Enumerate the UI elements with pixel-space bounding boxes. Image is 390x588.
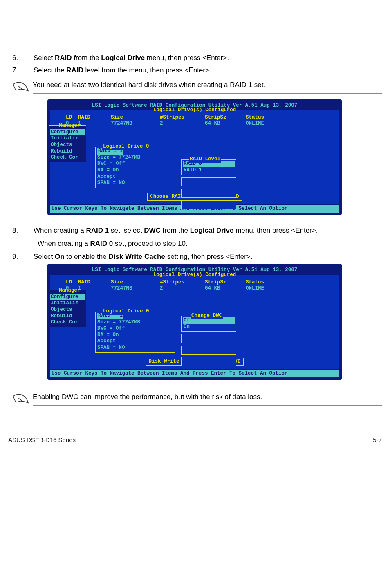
step-9-text: Select On to enable the Disk Write Cache… [34,252,382,262]
note-text: Enabling DWC can improve the performance… [33,392,382,406]
ld-line: Size = 77247MB [97,155,173,161]
dwc-label: Change DWC [191,313,223,319]
ld-line: Accept [97,338,173,345]
note-icon [12,392,33,408]
empty-box [181,189,236,198]
ld-line: Accept [97,174,173,180]
raid-level-label: RAID Level [189,156,221,163]
manager-label: Manager [50,287,85,294]
step-6: 6. Select RAID from the Logical Drive me… [8,53,382,63]
step-9: 9. Select On to enable the Disk Write Ca… [8,252,382,262]
step-6-text: Select RAID from the Logical Drive menu,… [34,53,382,63]
table-row: 0 1 77247MB 2 64 KB ONLINE [50,121,339,127]
manager-item: Initializ [50,300,85,307]
ld-panel-label: Logical Drive 0 [102,308,150,315]
panel-title: Logical Drive(s) Configured [50,107,339,114]
ld-line: SPAN = NO [97,180,173,186]
dwc-box: Change DWC Off On [181,316,236,332]
logical-drive-panel: Logical Drive 0 RAID = 1 Size = 77247MB … [95,312,175,353]
ld-line: SPAN = NO [97,345,173,351]
ld-line: DWC = Off [97,325,173,332]
note-icon [12,80,33,96]
bios-footer: Use Cursor Keys To Navigate Between Item… [50,370,339,377]
empty-box [181,177,236,186]
table-header: LD RAID Size #Stripes StripSz Status [50,114,339,121]
note-text: You need at least two identical hard dis… [33,80,382,94]
manager-item: Check Cor [50,319,85,326]
step-6-number: 6. [8,53,34,63]
empty-box [181,357,236,366]
empty-box [181,346,236,355]
raid-level-box: RAID Level RAID 0 RAID 1 [181,159,236,175]
logical-drive-panel: Logical Drive 0 RAID = 1 Size = 77247MB … [95,147,175,188]
manager-item: Rebuild [50,148,85,155]
page-footer: ASUS DSEB-D16 Series 5-7 [8,433,382,443]
dwc-opt-on: On [183,324,235,330]
ld-line: RA = On [97,167,173,174]
manager-item: Initializ [50,135,85,142]
ld-line: RA = On [97,332,173,339]
note-raid1: You need at least two identical hard dis… [8,80,382,96]
step-9-number: 9. [8,252,34,262]
dwc-stack: Change DWC Off On [181,316,236,368]
bios-panel: Logical Drive(s) Configured LD RAID Size… [50,110,339,204]
manager-menu: Manager Configure Initializ Objects Rebu… [49,125,86,162]
empty-box [181,200,236,209]
step-8-text: When creating a RAID 1 set, select DWC f… [34,226,382,236]
note-dwc: Enabling DWC can improve the performance… [8,392,382,408]
ld-line: Size = 77247MB [97,319,173,326]
manager-item-configure: Configure [50,129,85,136]
empty-box [181,334,236,343]
manager-item: Objects [50,142,85,148]
table-row: 0 1 77247MB 2 64 KB ONLINE [50,285,339,292]
bios-screenshot-dwc: LSI Logic Software RAID Configuration Ut… [47,264,342,380]
raid-level-stack: RAID Level RAID 0 RAID 1 [181,159,236,212]
manager-item: Rebuild [50,313,85,320]
step-8: 8. When creating a RAID 1 set, select DW… [8,226,382,236]
footer-product: ASUS DSEB-D16 Series [8,436,76,443]
manager-item: Check Cor [50,155,85,161]
ld-line: DWC = Off [97,161,173,167]
manager-menu: Manager Configure Initializ Objects Rebu… [49,290,86,327]
panel-title: Logical Drive(s) Configured [50,272,339,278]
step-7-number: 7. [8,65,34,75]
bios-screenshot-raid-level: LSI Logic Software RAID Configuration Ut… [47,99,342,215]
table-header: LD RAID Size #Stripes StripSz Status [50,279,339,286]
raid-level-opt-1: RAID 1 [183,167,235,174]
footer-page-number: 5-7 [373,436,382,443]
step-8-sub: When creating a RAID 0 set, proceed to s… [38,239,382,249]
step-7-text: Select the RAID level from the menu, the… [34,65,382,75]
manager-label: Manager [50,123,85,129]
bios-panel: Logical Drive(s) Configured LD RAID Size… [50,275,339,369]
manager-item: Objects [50,307,85,313]
step-8-number: 8. [8,226,34,236]
ld-panel-label: Logical Drive 0 [102,144,150,150]
manager-item-configure: Configure [50,294,85,301]
step-7: 7. Select the RAID level from the menu, … [8,65,382,75]
